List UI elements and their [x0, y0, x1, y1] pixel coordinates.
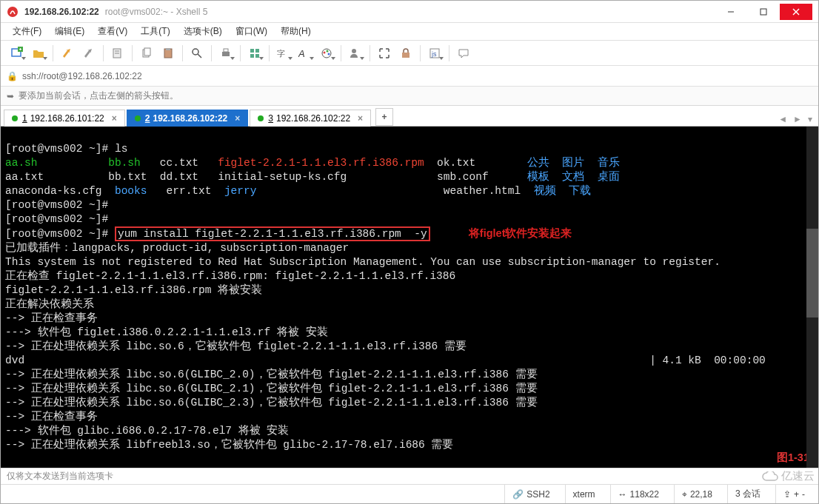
- session-tab-2[interactable]: 2 192.168.26.102:22 ×: [127, 110, 248, 127]
- figure-label: 图1-31: [777, 451, 809, 465]
- tabs-left-icon[interactable]: ◄: [775, 112, 790, 126]
- resize-icon: ↔: [618, 489, 627, 500]
- app-icon: [7, 6, 19, 18]
- svg-point-0: [7, 7, 18, 17]
- add-tab-button[interactable]: +: [375, 108, 393, 126]
- close-tab-icon[interactable]: ×: [235, 113, 240, 124]
- menu-file[interactable]: 文件(F): [7, 24, 47, 39]
- views-icon[interactable]: [244, 44, 265, 63]
- tab-strip: 1 192.168.26.101:22 × 2 192.168.26.102:2…: [1, 106, 818, 127]
- hint-arrow-icon[interactable]: ➥: [7, 91, 14, 101]
- svg-rect-31: [402, 53, 410, 58]
- svg-rect-20: [250, 49, 254, 53]
- svg-rect-2: [760, 9, 766, 15]
- menu-bar: 文件(F) 编辑(E) 查看(V) 工具(T) 选项卡(B) 窗口(W) 帮助(…: [1, 23, 818, 41]
- address-bar: 🔒 ssh://root@192.168.26.102:22: [1, 66, 818, 87]
- close-button[interactable]: [780, 4, 812, 20]
- hint-text: 要添加当前会话，点击左侧的箭头按钮。: [19, 90, 178, 102]
- svg-rect-21: [255, 49, 259, 53]
- fullscreen-icon[interactable]: [374, 44, 395, 63]
- minimize-button[interactable]: [715, 4, 747, 20]
- link-icon: 🔗: [512, 489, 524, 500]
- script-icon[interactable]: js: [424, 44, 445, 63]
- status-bar: 🔗SSH2 xterm ↔118x22 ⌖22,18 3 会话 ⇪+-: [1, 484, 818, 503]
- find-icon[interactable]: [187, 44, 207, 63]
- svg-point-28: [327, 50, 329, 52]
- menu-help[interactable]: 帮助(H): [275, 24, 317, 39]
- window-title-main: 192.168.26.102:22: [24, 7, 99, 17]
- maximize-button[interactable]: [747, 4, 780, 20]
- send-hint-bar: 仅将文本发送到当前选项卡: [1, 468, 818, 484]
- menu-view[interactable]: 查看(V): [92, 24, 133, 39]
- hint-bar: ➥ 要添加当前会话，点击左侧的箭头按钮。: [1, 87, 818, 106]
- copy-icon[interactable]: [136, 44, 157, 63]
- close-tab-icon[interactable]: ×: [112, 113, 117, 124]
- status-dot-icon: [258, 115, 264, 121]
- users-icon[interactable]: [345, 44, 366, 63]
- svg-point-16: [193, 49, 198, 55]
- status-proto: 🔗SSH2: [504, 485, 557, 503]
- close-tab-icon[interactable]: ×: [358, 113, 363, 124]
- status-cursor: ⌖22,18: [674, 485, 720, 503]
- encoding-icon[interactable]: 字: [273, 44, 294, 63]
- tabs-right-icon[interactable]: ►: [790, 112, 805, 126]
- lock-small-icon: 🔒: [7, 71, 18, 81]
- window-title-sub: root@vms002:~ - Xshell 5: [105, 7, 208, 17]
- color-icon[interactable]: [316, 44, 337, 63]
- menu-edit[interactable]: 编辑(E): [49, 24, 90, 39]
- chat-icon[interactable]: [453, 44, 474, 63]
- svg-rect-15: [166, 48, 170, 50]
- svg-text:js: js: [431, 50, 437, 58]
- cursor-icon: ⌖: [682, 489, 687, 500]
- status-dot-icon: [12, 115, 18, 121]
- status-dot-icon: [135, 115, 141, 121]
- disconnect-icon[interactable]: [78, 44, 99, 63]
- status-cap: ⇪+-: [775, 485, 812, 503]
- annotation-text: 将figlet软件安装起来: [469, 227, 572, 239]
- tabs-menu-icon[interactable]: ▾: [805, 112, 815, 126]
- status-size: ↔118x22: [610, 485, 666, 503]
- svg-rect-13: [144, 48, 150, 56]
- terminal-scrollbar[interactable]: [806, 127, 818, 468]
- menu-window[interactable]: 窗口(W): [230, 24, 273, 39]
- print-icon[interactable]: [215, 44, 236, 63]
- status-sessions: 3 会话: [727, 485, 768, 503]
- svg-text:A: A: [298, 48, 305, 59]
- svg-point-30: [352, 49, 356, 53]
- session-tab-1[interactable]: 1 192.168.26.101:22 ×: [4, 110, 125, 127]
- paste-icon[interactable]: [158, 44, 178, 63]
- svg-point-29: [328, 53, 330, 55]
- lock-icon[interactable]: [395, 44, 416, 63]
- toolbar: 字 A js: [1, 41, 818, 66]
- title-bar: 192.168.26.102:22 root@vms002:~ - Xshell…: [1, 1, 818, 23]
- svg-rect-22: [250, 54, 254, 58]
- font-icon[interactable]: A: [295, 44, 315, 63]
- menu-tabs[interactable]: 选项卡(B): [178, 24, 228, 39]
- open-icon[interactable]: [28, 44, 49, 63]
- address-url[interactable]: ssh://root@192.168.26.102:22: [22, 71, 142, 81]
- highlighted-command: yum install figlet-2.2.1-1.1.el3.rf.i386…: [115, 226, 430, 241]
- session-tab-3[interactable]: 3 192.168.26.102:22 ×: [250, 110, 371, 127]
- svg-point-27: [324, 51, 326, 53]
- status-term: xterm: [565, 485, 603, 503]
- new-session-icon[interactable]: [7, 44, 27, 63]
- svg-rect-19: [224, 49, 228, 52]
- svg-rect-18: [222, 52, 230, 56]
- menu-tools[interactable]: 工具(T): [135, 24, 176, 39]
- connect-icon[interactable]: [57, 44, 78, 63]
- terminal-pane[interactable]: [root@vms002 ~]# ls aa.sh bb.sh cc.txt f…: [1, 127, 818, 468]
- svg-point-26: [322, 49, 331, 58]
- properties-icon[interactable]: [107, 44, 128, 63]
- svg-line-17: [198, 54, 201, 58]
- svg-text:字: 字: [277, 49, 285, 58]
